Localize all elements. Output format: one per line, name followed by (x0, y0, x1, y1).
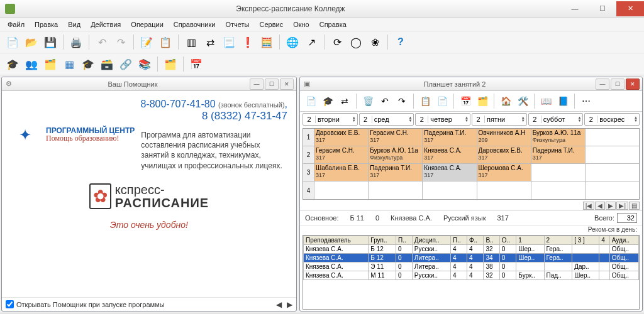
schedule-cell[interactable] (531, 164, 586, 181)
column-header[interactable]: П.. (396, 236, 412, 245)
menu-view[interactable]: Вид (63, 19, 86, 30)
menu-service[interactable]: Сервис (254, 19, 288, 30)
schedule-cell[interactable]: Падерина Т.И.317 (531, 146, 586, 163)
day-header[interactable]: 2сред▲▼ (359, 113, 414, 126)
planner-close-button[interactable]: ✕ (626, 78, 640, 90)
column-header[interactable]: В.. (484, 236, 499, 245)
table-row[interactable]: Князева С.А.М 110Русски..44320Бурк..Пад.… (304, 271, 639, 280)
pt-home-icon[interactable]: 🏠 (497, 93, 514, 109)
schedule-cell[interactable]: Падерина Т.И.317 (369, 164, 423, 181)
globe-icon[interactable]: 🌐 (284, 33, 301, 51)
menu-operations[interactable]: Операции (126, 19, 168, 30)
day-header[interactable]: 2четвер▲▼ (415, 113, 470, 126)
grid-first-button[interactable]: |◀ (583, 202, 595, 210)
menu-reports[interactable]: Отчеты (220, 19, 254, 30)
pt-paste-icon[interactable]: 📄 (434, 93, 450, 109)
schedule-cell[interactable]: Падерина Т.И.317 (423, 129, 477, 146)
column-header[interactable]: Груп.. (369, 236, 396, 245)
column-header[interactable]: Ф.. (467, 236, 483, 245)
link-icon[interactable]: 🔗 (117, 55, 135, 73)
pt-grad-icon[interactable]: 🎓 (319, 93, 336, 109)
table-row[interactable]: Князева С.А.Б 120Русски..44320Шер..Гера.… (304, 245, 639, 254)
schedule-cell[interactable] (586, 129, 639, 146)
menu-edit[interactable]: Правка (30, 19, 63, 30)
users-icon[interactable]: 👥 (23, 55, 40, 73)
flower-icon[interactable]: ❀ (366, 33, 384, 51)
day-header[interactable]: 2пятни▲▼ (472, 113, 527, 126)
pt-cal-icon[interactable]: 📅 (457, 93, 474, 109)
new-icon[interactable]: 📄 (4, 33, 21, 51)
grid-settings-button[interactable]: ▤ (629, 202, 640, 210)
pt-del-icon[interactable]: 🗑️ (360, 93, 376, 109)
tree-icon[interactable]: 🗃️ (98, 55, 116, 73)
folders-icon[interactable]: 🗂️ (162, 55, 179, 73)
schedule-cell[interactable] (586, 181, 639, 199)
menu-file[interactable]: Файл (3, 19, 30, 30)
sync-icon[interactable]: ◯ (347, 33, 365, 51)
save-icon[interactable]: 💾 (42, 33, 59, 51)
help-icon[interactable]: ? (392, 33, 409, 51)
column-header[interactable]: 1 (516, 236, 544, 245)
pt-redo-icon[interactable]: ↷ (394, 93, 410, 109)
folder-icon[interactable]: 🗂️ (42, 55, 59, 73)
schedule-cell[interactable] (423, 181, 477, 199)
copy-icon[interactable]: 📋 (157, 33, 174, 51)
column-header[interactable]: П.. (451, 236, 467, 245)
pt-tools-icon[interactable]: 🛠️ (514, 93, 531, 109)
pt-new-icon[interactable]: 📄 (303, 93, 319, 109)
day-header[interactable]: 2суббот▲▼ (528, 113, 584, 126)
schedule-cell[interactable]: Шабалина Е.В.317 (314, 164, 369, 181)
schedule-cell[interactable]: Князева С.А.317 (423, 164, 477, 181)
helper-next-button[interactable]: ▶ (287, 300, 292, 309)
day-header[interactable]: 2воскрес▲▼ (584, 113, 640, 126)
menu-dictionaries[interactable]: Справочники (169, 19, 221, 30)
helper-prev-button[interactable]: ◀ (276, 300, 282, 309)
refresh-icon[interactable]: ⟳ (328, 33, 346, 51)
schedule-cell[interactable] (531, 181, 586, 199)
helper-maximize-button[interactable]: ☐ (265, 78, 279, 90)
close-button[interactable]: ✕ (616, 1, 644, 16)
grid-last-button[interactable]: ▶| (616, 202, 628, 210)
menu-window[interactable]: Окно (288, 19, 314, 30)
table-row[interactable]: Князева С.А.Б 120Литера..44340Шер..Гера.… (304, 254, 639, 263)
schedule-cell[interactable]: Князева С.А.317 (423, 146, 477, 163)
schedule-cell[interactable]: Бурков А.Ю. 11аФизкультура (369, 146, 423, 163)
open-icon[interactable]: 📂 (23, 33, 40, 51)
pt-stack-icon[interactable]: 🗂️ (474, 93, 491, 109)
grid-next-button[interactable]: ▶ (606, 202, 616, 210)
schedule-cell[interactable]: Даровских Е.В.317 (314, 129, 369, 146)
redo-icon[interactable]: ↷ (112, 33, 130, 51)
column-header[interactable]: 2 (544, 236, 572, 245)
schedule-cell[interactable]: Бурков А.Ю. 11аФизкультура (531, 129, 586, 146)
menu-actions[interactable]: Действия (86, 19, 126, 30)
edit-icon[interactable]: 📝 (138, 33, 155, 51)
column-header[interactable]: Ауди.. (609, 236, 638, 245)
schedule-cell[interactable] (586, 146, 639, 163)
maximize-button[interactable]: ☐ (589, 1, 616, 16)
schedule-cell[interactable]: Даровских Е.В.317 (477, 146, 531, 163)
planner-maximize-button[interactable]: ☐ (611, 78, 625, 90)
helper-minimize-button[interactable]: — (250, 78, 264, 90)
calendar-icon[interactable]: 📅 (187, 55, 205, 73)
undo-icon[interactable]: ↶ (93, 33, 111, 51)
swap-icon[interactable]: ⇄ (201, 33, 219, 51)
column-header[interactable]: Преподаватель (304, 236, 369, 245)
minimize-button[interactable]: — (561, 1, 589, 16)
abacus-icon[interactable]: 🧮 (258, 33, 275, 51)
books-icon[interactable]: 📚 (136, 55, 153, 73)
schedule-cell[interactable]: Герасим С.Н.317 (369, 129, 423, 146)
doc-icon[interactable]: 📃 (220, 33, 238, 51)
graduate2-icon[interactable]: 🎓 (79, 55, 97, 73)
pt-book-icon[interactable]: 📖 (538, 93, 554, 109)
pt-copy-icon[interactable]: 📋 (417, 93, 433, 109)
warning-icon[interactable]: ❗ (239, 33, 257, 51)
print-icon[interactable]: 🖨️ (67, 33, 85, 51)
total-input[interactable] (617, 213, 637, 223)
schedule-cell[interactable] (586, 164, 639, 181)
planner-minimize-button[interactable]: — (596, 78, 609, 90)
column-header[interactable]: 4 (599, 236, 609, 245)
open-on-start-checkbox[interactable]: Открывать Помощник при запуске программы (6, 300, 165, 308)
menu-help[interactable]: Справка (314, 19, 352, 30)
pt-undo-icon[interactable]: ↶ (377, 93, 393, 109)
helper-close-button[interactable]: ✕ (280, 78, 294, 90)
